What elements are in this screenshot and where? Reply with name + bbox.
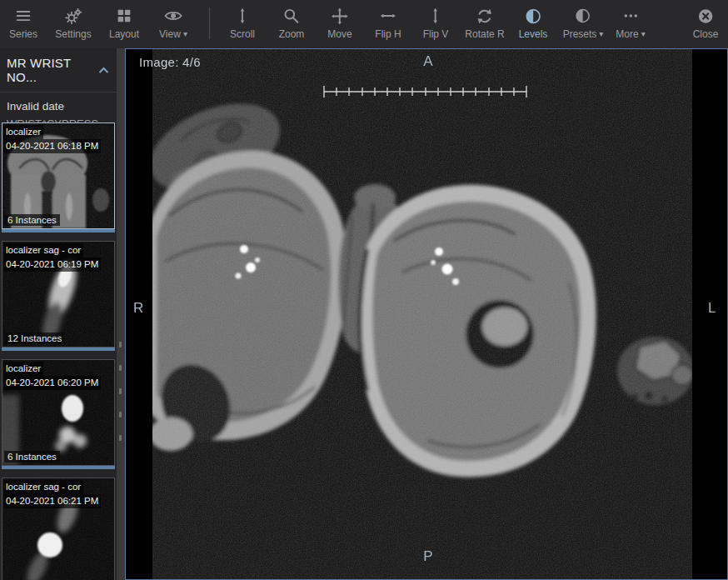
thumbnail-labels: localizer 04-20-2021 06:20 PM [4,362,101,390]
toolbar: Series Settings Layout View [0,0,728,48]
image-counter: Image: 4/6 [139,55,201,69]
study-header[interactable]: MR WRIST NO... [0,48,117,90]
series-instance-count: 12 Instances [4,332,65,344]
series-thumbnail-list: localizer 04-20-2021 06:18 PM 6 Instance… [2,122,115,580]
thumbnail-labels: localizer sag - cor 04-20-2021 06:21 PM [4,480,101,508]
series-thumbnail-4[interactable]: localizer sag - cor 04-20-2021 06:21 PM [2,478,115,580]
series-loaded-bar [2,466,115,469]
scroll-vertical-icon [233,5,252,27]
layout-grid-icon [115,5,133,27]
toolbar-button-flip-h[interactable]: Flip H [375,5,401,43]
series-thumbnail-3[interactable]: localizer 04-20-2021 06:20 PM 6 Instance… [2,359,115,469]
series-thumbnail-image: localizer sag - cor 04-20-2021 06:19 PM … [2,241,115,348]
toolbar-label: Close [693,28,719,40]
orientation-marker-left: L [708,300,716,317]
series-datetime: 04-20-2021 06:21 PM [4,494,101,508]
toolbar-button-zoom[interactable]: Zoom [279,5,305,43]
series-description: localizer [4,362,43,376]
thumbnail-labels: localizer sag - cor 04-20-2021 06:19 PM [4,243,101,272]
series-thumbnail-image: localizer 04-20-2021 06:20 PM 6 Instance… [2,359,115,466]
toolbar-label: Layout [109,28,139,40]
series-thumbnail-image: localizer sag - cor 04-20-2021 06:21 PM [2,478,115,580]
toolbar-button-levels[interactable]: Levels [519,5,548,43]
orientation-marker-right: R [133,300,143,317]
series-thumbnail-1[interactable]: localizer 04-20-2021 06:18 PM 6 Instance… [2,122,115,232]
toolbar-divider [209,8,210,39]
flip-vertical-icon [426,5,445,27]
toolbar-label: Zoom [279,28,305,40]
thumbnail-labels: localizer 04-20-2021 06:18 PM [4,125,101,153]
dicom-viewer-app: Series Settings Layout View [0,0,728,580]
orientation-marker-anterior: A [421,53,435,70]
move-arrows-icon [331,5,350,27]
series-loaded-bar [2,348,115,351]
chevron-down-icon: ▾ [641,30,646,38]
active-viewport[interactable]: Image: 4/6 A R L P [125,48,728,580]
series-description: localizer [4,125,43,139]
viewport-inner: Image: 4/6 A R L P [126,49,727,579]
chevron-up-icon [98,67,109,74]
mri-axial-image[interactable] [152,49,692,579]
series-datetime: 04-20-2021 06:19 PM [4,258,101,272]
orientation-marker-posterior: P [421,548,435,565]
series-instance-count: 6 Instances [4,451,60,462]
toolbar-label: Presets [563,28,597,40]
toolbar-button-layout[interactable]: Layout [109,5,139,43]
eye-icon [163,5,183,27]
toolbar-label: More [616,28,638,40]
toolbar-label: Levels [519,28,548,40]
levels-half-circle-icon [524,5,543,27]
series-datetime: 04-20-2021 06:20 PM [4,376,101,390]
ellipsis-icon [621,5,641,27]
toolbar-label: View [159,28,181,40]
series-description: localizer sag - cor [4,243,83,258]
close-circle-icon [697,5,715,27]
series-instance-count: 6 Instances [4,214,60,226]
chevron-down-icon: ▾ [599,30,603,38]
toolbar-button-more[interactable]: More▾ [616,5,645,43]
gears-icon [63,5,82,27]
menu-icon [14,5,32,27]
rotate-right-icon [475,5,494,27]
toolbar-label: Series [9,28,37,40]
study-title: MR WRIST NO... [7,56,98,84]
toolbar-button-close[interactable]: Close [693,5,719,43]
toolbar-label: Rotate R [465,28,504,40]
series-thumbnail-image: localizer 04-20-2021 06:18 PM 6 Instance… [2,122,115,229]
toolbar-label: Move [327,28,352,40]
series-loaded-bar [2,229,115,232]
flip-horizontal-icon [379,5,398,27]
study-date: Invalid date [7,100,110,112]
toolbar-button-settings[interactable]: Settings [55,5,91,43]
toolbar-button-rotate-r[interactable]: Rotate R [465,5,504,43]
toolbar-label: Scroll [230,28,255,40]
chevron-down-icon: ▾ [183,30,187,38]
toolbar-button-flip-v[interactable]: Flip V [423,5,449,43]
toolbar-label: Flip H [375,28,401,40]
series-sidebar: MR WRIST NO... Invalid date WRIST^CYPRES… [0,48,117,580]
toolbar-button-series[interactable]: Series [9,5,37,43]
series-datetime: 04-20-2021 06:18 PM [4,139,101,153]
toolbar-label: Flip V [423,28,449,40]
toolbar-button-presets[interactable]: Presets▾ [563,5,604,43]
presets-half-circle-icon [574,5,592,27]
magnifier-icon [282,5,301,27]
sidebar-splitter[interactable] [117,48,125,580]
toolbar-button-scroll[interactable]: Scroll [230,5,255,43]
series-thumbnail-2[interactable]: localizer sag - cor 04-20-2021 06:19 PM … [2,241,115,351]
toolbar-button-move[interactable]: Move [327,5,352,43]
toolbar-label: Settings [55,28,91,40]
series-description: localizer sag - cor [4,480,83,494]
toolbar-button-view[interactable]: View▾ [159,5,187,43]
